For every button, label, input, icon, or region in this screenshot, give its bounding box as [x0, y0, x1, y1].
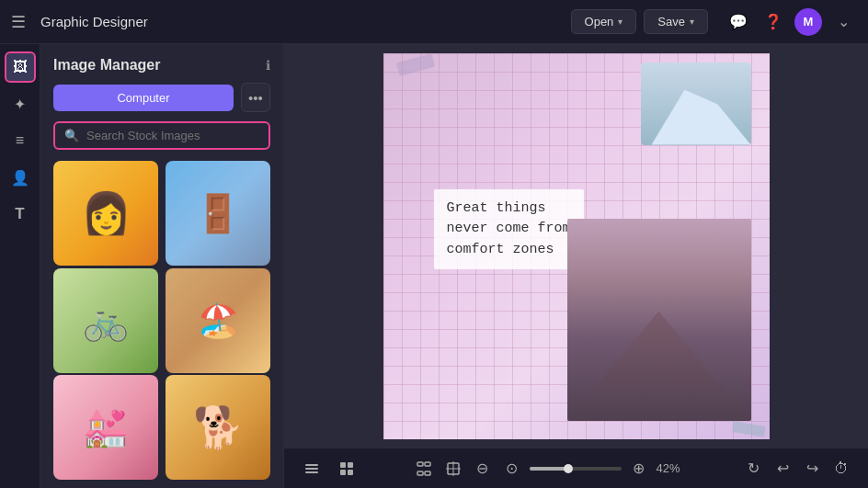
- panel-header: Image Manager ℹ: [40, 44, 283, 83]
- layers-icon[interactable]: [299, 456, 325, 482]
- image-thumb-wedding[interactable]: [53, 375, 158, 480]
- topbar-buttons: Open ▾ Save ▾: [571, 9, 708, 34]
- bottom-right-history: ↻ ↩ ↪ ⏱: [741, 457, 853, 481]
- canvas-wrapper: Great things never come from comfort zon…: [284, 44, 868, 448]
- bottom-bar: ⊖ ⊙ ⊕ 42% ↻ ↩ ↪ ⏱: [284, 448, 868, 488]
- image-manager-panel: Image Manager ℹ Computer ••• 🔍: [40, 44, 284, 488]
- zoom-slider-fill: [530, 467, 568, 471]
- svg-rect-1: [305, 468, 318, 470]
- bottom-center-zoom: ⊖ ⊙ ⊕ 42%: [412, 457, 690, 481]
- more-options-button[interactable]: •••: [241, 83, 270, 112]
- canvas[interactable]: Great things never come from comfort zon…: [383, 53, 770, 439]
- history-button[interactable]: ⏱: [829, 457, 853, 481]
- sidebar-item-elements[interactable]: ✦: [5, 88, 36, 119]
- sidebar-item-people[interactable]: 👤: [5, 162, 36, 193]
- image-thumb-woman[interactable]: [53, 161, 158, 266]
- open-label: Open: [585, 15, 614, 28]
- help-button[interactable]: ❓: [760, 8, 787, 36]
- refresh-button[interactable]: ↻: [741, 457, 765, 481]
- canvas-text-line1: Great things: [447, 199, 571, 220]
- expand-button[interactable]: ⌄: [829, 8, 857, 36]
- svg-rect-9: [417, 471, 423, 475]
- panel-title: Image Manager: [53, 57, 258, 74]
- image-thumb-dog[interactable]: [166, 375, 270, 480]
- svg-rect-3: [340, 462, 346, 468]
- topbar: ☰ Graphic Designer Open ▾ Save ▾ 💬 ❓ M ⌄: [0, 0, 868, 44]
- image-thumb-door[interactable]: [166, 161, 270, 266]
- menu-icon[interactable]: ☰: [11, 12, 26, 32]
- main-layout: 🖼 ✦ ≡ 👤 T Image Manager ℹ Computer ••• 🔍: [0, 44, 868, 488]
- sidebar-item-text[interactable]: T: [5, 199, 36, 230]
- canvas-mountain-image[interactable]: [567, 219, 751, 421]
- zoom-slider-thumb: [564, 464, 573, 473]
- canvas-sky-mountain-image[interactable]: [641, 62, 751, 145]
- zoom-out-button[interactable]: ⊖: [471, 457, 495, 481]
- computer-button[interactable]: Computer: [53, 85, 234, 111]
- image-grid: [40, 161, 283, 488]
- panel-actions: Computer •••: [40, 83, 283, 121]
- save-chevron: ▾: [690, 17, 694, 27]
- svg-rect-2: [305, 464, 318, 466]
- redo-button[interactable]: ↪: [800, 457, 824, 481]
- sidebar-item-layers[interactable]: ≡: [5, 125, 36, 156]
- search-stock-box[interactable]: 🔍: [53, 121, 270, 150]
- search-input[interactable]: [86, 129, 259, 142]
- svg-rect-8: [425, 462, 430, 466]
- grid-icon[interactable]: [334, 456, 360, 482]
- icon-bar: 🖼 ✦ ≡ 👤 T: [0, 44, 40, 488]
- fit-width-button[interactable]: [412, 457, 436, 481]
- info-icon[interactable]: ℹ: [266, 58, 270, 73]
- canvas-text-line3: comfort zones: [447, 240, 571, 261]
- bottom-left-tools: [299, 456, 360, 482]
- image-thumb-bicycle[interactable]: [53, 268, 158, 373]
- sidebar-item-image-manager[interactable]: 🖼: [5, 51, 36, 83]
- zoom-percent: 42%: [657, 461, 690, 475]
- canvas-quote-box[interactable]: Great things never come from comfort zon…: [434, 189, 584, 270]
- open-chevron: ▾: [618, 17, 622, 27]
- save-label: Save: [657, 15, 685, 28]
- svg-rect-0: [305, 471, 318, 473]
- open-button[interactable]: Open ▾: [571, 9, 637, 34]
- save-button[interactable]: Save ▾: [644, 9, 708, 34]
- comment-button[interactable]: 💬: [725, 8, 752, 36]
- canvas-area: Great things never come from comfort zon…: [284, 44, 868, 488]
- zoom-reset-button[interactable]: ⊙: [500, 457, 524, 481]
- avatar[interactable]: M: [794, 8, 822, 36]
- fit-page-button[interactable]: [441, 457, 465, 481]
- zoom-slider[interactable]: [530, 467, 622, 471]
- app-title: Graphic Designer: [40, 14, 562, 29]
- svg-rect-10: [425, 471, 430, 475]
- svg-rect-5: [340, 470, 346, 475]
- canvas-text-line2: never come from: [447, 219, 571, 240]
- svg-rect-6: [348, 470, 353, 475]
- svg-rect-4: [348, 462, 353, 468]
- image-thumb-beach[interactable]: [166, 268, 270, 373]
- svg-rect-7: [417, 462, 423, 466]
- zoom-in-button[interactable]: ⊕: [627, 457, 651, 481]
- topbar-icons: 💬 ❓ M ⌄: [725, 8, 857, 36]
- undo-button[interactable]: ↩: [771, 457, 794, 481]
- search-icon: 🔍: [64, 129, 79, 142]
